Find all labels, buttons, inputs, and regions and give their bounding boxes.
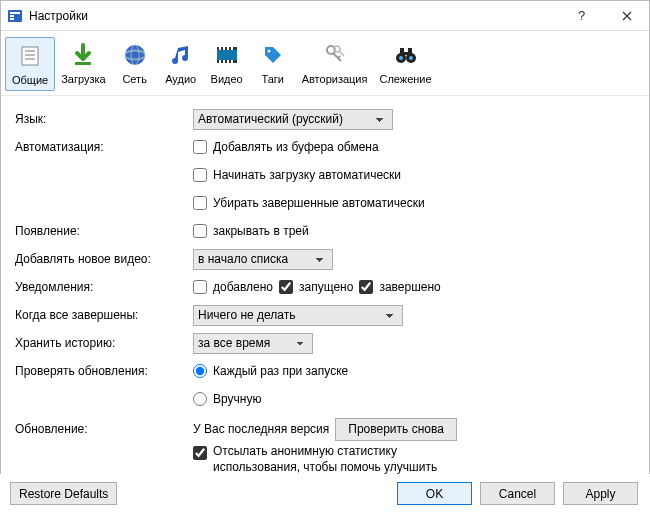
tab-tracking[interactable]: Слежение: [373, 37, 437, 91]
tab-label: Слежение: [379, 73, 431, 85]
tab-label: Таги: [261, 73, 284, 85]
footer: Restore Defaults OK Cancel Apply: [0, 474, 650, 515]
svg-rect-2: [10, 15, 14, 17]
appearance-label: Появление:: [15, 224, 193, 238]
chk-notify-started[interactable]: запущено: [279, 280, 353, 294]
tab-label: Загрузка: [61, 73, 105, 85]
language-label: Язык:: [15, 112, 193, 126]
when-done-select[interactable]: Ничего не делать: [193, 305, 403, 326]
check-again-button[interactable]: Проверить снова: [335, 418, 457, 441]
radio-each-start[interactable]: Каждый раз при запуске: [193, 364, 348, 378]
music-icon: [165, 39, 197, 71]
chk-autostart[interactable]: Начинать загрузку автоматически: [193, 168, 401, 182]
globe-icon: [119, 39, 151, 71]
svg-rect-7: [25, 58, 35, 60]
svg-rect-3: [10, 18, 14, 20]
svg-rect-5: [25, 50, 35, 52]
language-select[interactable]: Автоматический (русский): [193, 109, 393, 130]
titlebar: Настройки ?: [1, 1, 649, 31]
updates-label: Проверять обновления:: [15, 364, 193, 378]
notifications-label: Уведомления:: [15, 280, 193, 294]
tab-tags[interactable]: Таги: [250, 37, 296, 91]
svg-rect-19: [219, 60, 221, 63]
app-icon: [7, 8, 23, 24]
svg-rect-6: [25, 54, 35, 56]
chk-clipboard[interactable]: Добавлять из буфера обмена: [193, 140, 379, 154]
svg-point-23: [267, 50, 270, 53]
tab-label: Сеть: [122, 73, 146, 85]
apply-button[interactable]: Apply: [563, 482, 638, 505]
tag-icon: [257, 39, 289, 71]
svg-rect-29: [408, 48, 412, 54]
automation-label: Автоматизация:: [15, 140, 193, 154]
history-select[interactable]: за все время: [193, 333, 313, 354]
tab-auth[interactable]: Авторизация: [296, 37, 374, 91]
history-label: Хранить историю:: [15, 336, 193, 350]
svg-rect-22: [231, 60, 233, 63]
update-label: Обновление:: [15, 422, 193, 436]
svg-point-9: [125, 45, 145, 65]
close-button[interactable]: [604, 1, 649, 31]
download-icon: [67, 39, 99, 71]
tab-label: Общие: [12, 74, 48, 86]
svg-rect-1: [10, 12, 20, 14]
help-button[interactable]: ?: [559, 1, 604, 31]
ok-button[interactable]: OK: [397, 482, 472, 505]
tab-label: Авторизация: [302, 73, 368, 85]
tab-label: Аудио: [165, 73, 196, 85]
svg-rect-30: [404, 52, 408, 55]
general-icon: [14, 40, 46, 72]
tab-audio[interactable]: Аудио: [158, 37, 204, 91]
restore-defaults-button[interactable]: Restore Defaults: [10, 482, 117, 505]
svg-rect-17: [227, 47, 229, 50]
window-title: Настройки: [29, 9, 559, 23]
svg-rect-8: [75, 62, 91, 65]
chk-autoclean[interactable]: Убирать завершенные автоматически: [193, 196, 425, 210]
svg-rect-21: [227, 60, 229, 63]
svg-point-32: [409, 56, 413, 60]
toolbar: Общие Загрузка Сеть Аудио Видео Таги Авт…: [1, 31, 649, 96]
svg-rect-15: [219, 47, 221, 50]
binoculars-icon: [390, 39, 422, 71]
update-status: У Вас последняя версия: [193, 422, 329, 436]
close-icon: [622, 11, 632, 21]
when-done-label: Когда все завершены:: [15, 308, 193, 322]
tab-download[interactable]: Загрузка: [55, 37, 111, 91]
svg-rect-16: [223, 47, 225, 50]
add-video-label: Добавлять новое видео:: [15, 252, 193, 266]
keys-icon: [319, 39, 351, 71]
tab-label: Видео: [211, 73, 243, 85]
add-video-select[interactable]: в начало списка: [193, 249, 333, 270]
svg-rect-28: [400, 48, 404, 54]
chk-close-to-tray[interactable]: закрывать в трей: [193, 224, 309, 238]
tab-general[interactable]: Общие: [5, 37, 55, 91]
svg-rect-20: [223, 60, 225, 63]
svg-point-31: [399, 56, 403, 60]
svg-rect-18: [231, 47, 233, 50]
tab-video[interactable]: Видео: [204, 37, 250, 91]
chk-notify-finished[interactable]: завершено: [359, 280, 440, 294]
cancel-button[interactable]: Cancel: [480, 482, 555, 505]
content: Язык: Автоматический (русский) Автоматиз…: [1, 96, 649, 497]
film-icon: [211, 39, 243, 71]
chk-notify-added[interactable]: добавлено: [193, 280, 273, 294]
radio-manual[interactable]: Вручную: [193, 392, 261, 406]
tab-network[interactable]: Сеть: [112, 37, 158, 91]
